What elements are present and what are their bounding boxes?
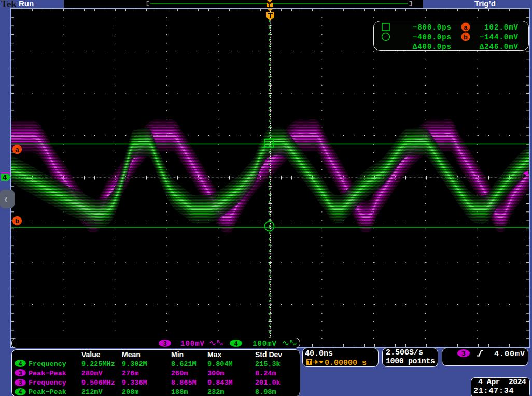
svg-text:−400.0ps: −400.0ps [413, 33, 452, 41]
svg-text:−144.0mV: −144.0mV [480, 33, 519, 41]
svg-text:4.00mV: 4.00mV [494, 350, 525, 359]
svg-text:4: 4 [234, 341, 237, 348]
svg-text:4: 4 [18, 389, 22, 396]
svg-text:8.865M: 8.865M [171, 379, 197, 387]
svg-text:3: 3 [163, 341, 166, 348]
svg-text:−800.0ps: −800.0ps [413, 23, 452, 32]
svg-text:201.0k: 201.0k [255, 379, 281, 387]
svg-text:4: 4 [2, 174, 7, 182]
svg-text:Frequency: Frequency [29, 360, 66, 368]
svg-text:280mV: 280mV [81, 370, 103, 377]
svg-text:a: a [464, 24, 468, 32]
svg-text:208m: 208m [122, 388, 138, 396]
svg-text:260m: 260m [171, 370, 188, 377]
svg-text:Peak−Peak: Peak−Peak [29, 370, 66, 377]
svg-text:Δ246.0mV: Δ246.0mV [480, 43, 519, 51]
svg-text:9.225MHz: 9.225MHz [81, 360, 115, 368]
svg-text:9.804M: 9.804M [207, 360, 233, 368]
svg-text:W: W [293, 342, 297, 346]
svg-text:8.24m: 8.24m [255, 370, 276, 377]
svg-text:b: b [464, 34, 468, 41]
svg-text:Frequency: Frequency [29, 379, 66, 387]
svg-text:3: 3 [18, 370, 22, 377]
svg-text:212mV: 212mV [81, 388, 103, 396]
svg-text:232m: 232m [207, 388, 224, 396]
svg-text:9.302M: 9.302M [122, 360, 147, 368]
svg-text:Peak−Peak: Peak−Peak [29, 388, 66, 396]
svg-text:0.00000 s: 0.00000 s [325, 359, 367, 366]
svg-text:Δ400.0ps: Δ400.0ps [413, 43, 452, 51]
svg-text:188m: 188m [171, 388, 188, 396]
svg-text:9.336M: 9.336M [122, 379, 147, 387]
svg-text:3: 3 [461, 350, 466, 358]
svg-text:100mV: 100mV [180, 340, 205, 348]
svg-text:9.843M: 9.843M [207, 379, 233, 387]
svg-text:100mV: 100mV [253, 340, 277, 348]
svg-text:276m: 276m [122, 370, 138, 377]
svg-text:102.0mV: 102.0mV [484, 23, 519, 32]
svg-text:8.98m: 8.98m [255, 388, 276, 396]
svg-text:215.3k: 215.3k [255, 360, 281, 368]
svg-text:3: 3 [18, 379, 22, 387]
svg-text:300m: 300m [207, 370, 224, 377]
svg-text:8.621M: 8.621M [171, 360, 197, 368]
svg-text:9.506MHz: 9.506MHz [81, 379, 115, 387]
svg-text:a: a [15, 146, 19, 154]
svg-text:4: 4 [18, 361, 22, 368]
svg-text:b: b [15, 218, 19, 225]
svg-text:W: W [220, 342, 223, 346]
